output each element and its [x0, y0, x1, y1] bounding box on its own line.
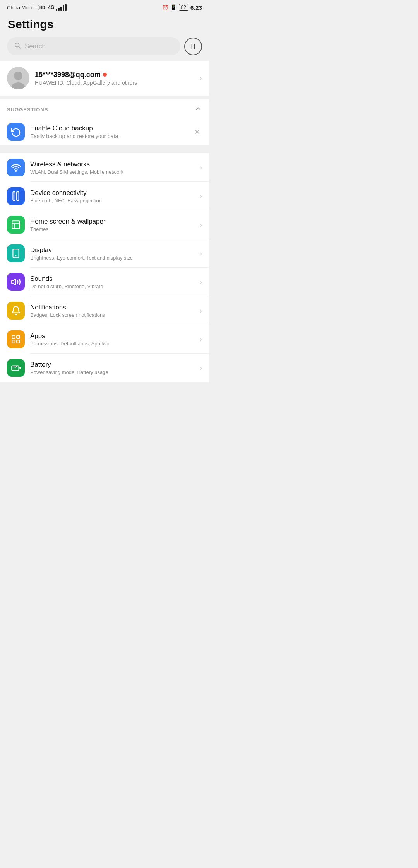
connectivity-title: Device connectivity	[30, 189, 194, 197]
wireless-icon	[7, 159, 25, 176]
suggestion-title: Enable Cloud backup	[30, 125, 187, 132]
hd-badge: HD	[38, 5, 46, 10]
search-section: Search	[0, 37, 209, 61]
apps-subtitle: Permissions, Default apps, App twin	[30, 341, 194, 347]
page-header: Settings	[0, 13, 209, 37]
settings-item-homescreen[interactable]: Home screen & wallpaper Themes ›	[0, 210, 209, 239]
search-icon	[14, 42, 21, 51]
notifications-chevron-icon: ›	[200, 307, 202, 315]
homescreen-text: Home screen & wallpaper Themes	[30, 218, 194, 232]
svg-rect-16	[12, 340, 15, 343]
vibrate-icon: 📳	[170, 4, 177, 10]
sounds-chevron-icon: ›	[200, 278, 202, 286]
status-right: ⏰ 📳 82 6:23	[162, 4, 202, 11]
suggestions-title: SUGGESTIONS	[7, 107, 48, 113]
settings-item-wireless[interactable]: Wireless & networks WLAN, Dual SIM setti…	[0, 153, 209, 182]
homescreen-subtitle: Themes	[30, 226, 194, 232]
sounds-subtitle: Do not disturb, Ringtone, Vibrate	[30, 284, 194, 289]
svg-point-5	[14, 72, 22, 80]
battery-text: Battery Power saving mode, Battery usage	[30, 361, 194, 375]
section-gap-1	[0, 96, 209, 99]
svg-point-7	[15, 171, 16, 171]
notifications-title: Notifications	[30, 304, 194, 311]
battery-chevron-icon: ›	[200, 364, 202, 372]
suggestions-header: SUGGESTIONS	[0, 99, 209, 118]
svg-rect-14	[12, 335, 15, 338]
battery-title: Battery	[30, 361, 194, 369]
profile-info: 15****3998@qq.com HUAWEI ID, Cloud, AppG…	[35, 71, 194, 86]
profile-subtitle: HUAWEI ID, Cloud, AppGallery and others	[35, 80, 194, 86]
settings-item-apps[interactable]: Apps Permissions, Default apps, App twin…	[0, 325, 209, 354]
apps-icon	[7, 330, 25, 348]
display-icon	[7, 244, 25, 262]
svg-rect-8	[13, 192, 15, 200]
sounds-icon	[7, 273, 25, 291]
svg-line-1	[19, 46, 20, 48]
settings-item-battery[interactable]: Battery Power saving mode, Battery usage…	[0, 354, 209, 382]
time-text: 6:23	[190, 4, 202, 11]
profile-chevron-icon: ›	[200, 74, 202, 82]
battery-subtitle: Power saving mode, Battery usage	[30, 369, 194, 375]
display-text: Display Brightness, Eye comfort, Text an…	[30, 246, 194, 261]
battery-icon	[7, 359, 25, 377]
search-placeholder: Search	[25, 43, 46, 50]
svg-rect-10	[12, 221, 20, 229]
audio-search-button[interactable]	[184, 38, 202, 55]
signal-bars	[56, 4, 67, 11]
settings-item-connectivity[interactable]: Device connectivity Bluetooth, NFC, Easy…	[0, 182, 209, 210]
settings-item-notifications[interactable]: Notifications Badges, Lock screen notifi…	[0, 296, 209, 325]
connectivity-subtitle: Bluetooth, NFC, Easy projection	[30, 198, 194, 203]
status-left: China Mobile HD 4G	[7, 4, 67, 11]
status-bar: China Mobile HD 4G ⏰ 📳 82 6:23	[0, 0, 209, 13]
suggestions-collapse-button[interactable]	[194, 105, 202, 114]
connectivity-icon	[7, 187, 25, 205]
sounds-text: Sounds Do not disturb, Ringtone, Vibrate	[30, 275, 194, 289]
homescreen-title: Home screen & wallpaper	[30, 218, 194, 226]
profile-notification-dot	[103, 73, 107, 77]
apps-title: Apps	[30, 332, 194, 340]
sounds-title: Sounds	[30, 275, 194, 283]
apps-text: Apps Permissions, Default apps, App twin	[30, 332, 194, 347]
wireless-subtitle: WLAN, Dual SIM settings, Mobile network	[30, 169, 194, 175]
svg-rect-9	[17, 192, 19, 200]
notifications-icon	[7, 302, 25, 320]
svg-rect-17	[17, 340, 20, 343]
display-title: Display	[30, 246, 194, 254]
page-title: Settings	[8, 18, 201, 31]
alarm-icon: ⏰	[162, 5, 168, 10]
suggestion-close-button[interactable]: ✕	[192, 126, 202, 138]
homescreen-icon	[7, 216, 25, 234]
suggestion-item-cloud-backup[interactable]: Enable Cloud backup Easily back up and r…	[0, 118, 209, 145]
search-bar[interactable]: Search	[7, 37, 180, 55]
cloud-backup-icon	[7, 123, 25, 141]
settings-item-sounds[interactable]: Sounds Do not disturb, Ringtone, Vibrate…	[0, 268, 209, 296]
profile-name: 15****3998@qq.com	[35, 71, 194, 79]
suggestion-text: Enable Cloud backup Easily back up and r…	[30, 125, 187, 139]
notifications-subtitle: Badges, Lock screen notifications	[30, 312, 194, 318]
display-subtitle: Brightness, Eye comfort, Text and displa…	[30, 255, 194, 261]
suggestions-section: SUGGESTIONS Enable Cloud backup Easily b…	[0, 99, 209, 145]
apps-chevron-icon: ›	[200, 335, 202, 343]
connectivity-text: Device connectivity Bluetooth, NFC, Easy…	[30, 189, 194, 203]
section-gap-2	[0, 145, 209, 149]
avatar	[7, 67, 29, 89]
homescreen-chevron-icon: ›	[200, 221, 202, 229]
wireless-chevron-icon: ›	[200, 164, 202, 172]
network-text: 4G	[48, 5, 54, 10]
suggestion-subtitle: Easily back up and restore your data	[30, 133, 187, 139]
notifications-text: Notifications Badges, Lock screen notifi…	[30, 304, 194, 318]
carrier-text: China Mobile	[7, 5, 36, 10]
settings-item-display[interactable]: Display Brightness, Eye comfort, Text an…	[0, 239, 209, 268]
battery-indicator: 82	[179, 4, 188, 11]
svg-rect-15	[17, 335, 20, 338]
wireless-text: Wireless & networks WLAN, Dual SIM setti…	[30, 161, 194, 175]
svg-marker-13	[12, 279, 15, 285]
display-chevron-icon: ›	[200, 249, 202, 258]
wireless-title: Wireless & networks	[30, 161, 194, 168]
settings-list: Wireless & networks WLAN, Dual SIM setti…	[0, 153, 209, 382]
profile-item[interactable]: 15****3998@qq.com HUAWEI ID, Cloud, AppG…	[0, 61, 209, 96]
connectivity-chevron-icon: ›	[200, 192, 202, 200]
